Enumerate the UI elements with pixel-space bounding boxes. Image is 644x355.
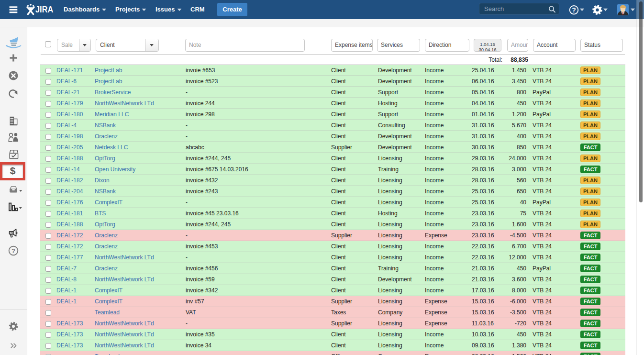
svg-text:?: ?: [572, 6, 576, 14]
svg-text:?: ?: [11, 247, 15, 255]
